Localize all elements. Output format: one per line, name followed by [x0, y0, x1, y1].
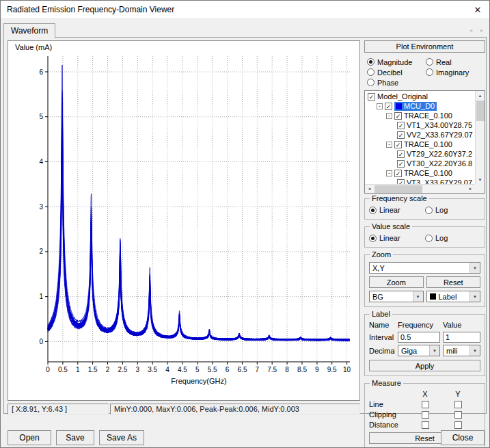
frequency-scale-group: Frequency scale Linear Log — [364, 198, 485, 220]
measure-clipping-x-checkbox[interactable] — [422, 411, 429, 419]
label-color-combobox[interactable]: Label ▼ — [426, 291, 481, 302]
value-log-radio[interactable]: Log — [425, 234, 448, 243]
scroll-right-icon[interactable]: ► — [466, 185, 475, 194]
checkbox[interactable]: ✓ — [394, 170, 402, 177]
tree-item-vt29[interactable]: ✓ VT29_X22.60Y37.2 — [365, 149, 475, 159]
display-mode-group: Magnitude Real Decibel Imaginary Phase — [367, 57, 484, 87]
tree-item-trace-3[interactable]: - ✓ TRACE_0.100 — [365, 168, 475, 178]
scroll-left-icon[interactable]: ◄ — [365, 185, 374, 194]
svg-text:5: 5 — [39, 113, 43, 120]
radio-phase-label: Phase — [377, 79, 398, 87]
tree-horizontal-scrollbar[interactable]: ◄ ► — [365, 184, 475, 193]
save-button[interactable]: Save — [56, 430, 94, 445]
vertical-scrollbar-thumb[interactable] — [476, 101, 485, 121]
radio-phase[interactable]: Phase — [367, 78, 426, 87]
checkbox[interactable]: ✓ — [397, 131, 405, 139]
measure-distance-x-checkbox[interactable] — [422, 421, 429, 429]
open-button[interactable]: Open — [8, 430, 51, 445]
horizontal-scrollbar-thumb[interactable] — [375, 185, 422, 193]
measure-line-x-checkbox[interactable] — [422, 401, 429, 408]
interval-frequency-input[interactable] — [398, 332, 440, 343]
tab-scroll-left-icon[interactable]: ◄ — [466, 26, 476, 35]
tree-item-trace-2[interactable]: - ✓ TRACE_0.100 — [365, 140, 475, 149]
tree-item-vt30[interactable]: ✓ VT30_X22.20Y36.8 — [365, 159, 475, 168]
checkbox[interactable]: ✓ — [368, 93, 375, 101]
svg-text:3.5: 3.5 — [148, 366, 157, 373]
tree-item-model-original[interactable]: ✓ Model_Original — [365, 92, 475, 101]
window-close-button[interactable]: ✕ — [466, 1, 489, 18]
svg-text:1.5: 1.5 — [88, 366, 98, 373]
plot-environment-button[interactable]: Plot Environment — [364, 40, 485, 53]
scroll-down-icon[interactable]: ▼ — [476, 175, 485, 184]
value-linear-radio-icon — [369, 235, 377, 242]
frequency-spectrum-chart[interactable]: 012345600.511.522.533.544.555.566.577.58… — [8, 41, 359, 400]
model-tree[interactable]: ✓ Model_Original - ✓ MCU_D0 - ✓ TRACE_0.… — [364, 90, 485, 194]
apply-button[interactable]: Apply — [369, 360, 480, 371]
svg-text:6.5: 6.5 — [238, 366, 247, 373]
decimal-frequency-combobox[interactable]: Giga ▼ — [398, 345, 440, 356]
decimal-value-combobox[interactable]: mili ▼ — [443, 345, 480, 356]
dropdown-arrow-icon[interactable]: ▼ — [469, 345, 480, 356]
tree-item-label: VT1_X34.00Y28.75 — [407, 121, 472, 129]
dropdown-arrow-icon[interactable]: ▼ — [469, 263, 480, 273]
checkbox[interactable]: ✓ — [397, 150, 405, 158]
checkbox[interactable]: ✓ — [397, 122, 405, 129]
svg-text:9: 9 — [315, 366, 319, 373]
collapse-icon[interactable]: - — [377, 103, 383, 109]
checkbox[interactable]: ✓ — [397, 179, 405, 185]
save-as-button[interactable]: Save As — [99, 430, 144, 445]
zoom-reset-button[interactable]: Reset — [426, 276, 481, 288]
measure-clipping-y-checkbox[interactable] — [454, 411, 462, 419]
interval-value-input[interactable] — [443, 332, 480, 343]
radio-decibel[interactable]: Decibel — [367, 68, 426, 77]
collapse-icon[interactable]: - — [386, 142, 392, 148]
measure-group-title: Measure — [370, 379, 403, 387]
waveform-tab-page: 012345600.511.522.533.544.555.566.577.58… — [3, 37, 487, 414]
value-scale-title: Value scale — [370, 222, 412, 230]
dropdown-arrow-icon[interactable]: ▼ — [469, 291, 480, 302]
tree-item-trace-1[interactable]: - ✓ TRACE_0.100 — [365, 111, 475, 120]
checkbox[interactable]: ✓ — [394, 141, 402, 148]
svg-text:1: 1 — [39, 293, 43, 300]
selected-highlight: MCU_D0 — [394, 102, 437, 111]
tree-item-vt1[interactable]: ✓ VT1_X34.00Y28.75 — [365, 120, 475, 130]
collapse-icon[interactable]: - — [386, 170, 392, 176]
radio-real-icon — [426, 58, 433, 66]
dropdown-arrow-icon[interactable]: ▼ — [413, 291, 423, 302]
zoom-button[interactable]: Zoom — [369, 276, 424, 288]
zoom-mode-combobox[interactable]: X,Y ▼ — [369, 262, 480, 274]
checkbox[interactable]: ✓ — [397, 160, 405, 168]
tree-vertical-scrollbar[interactable]: ▲ ▼ — [475, 91, 485, 184]
collapse-icon[interactable]: - — [386, 113, 392, 119]
radio-magnitude[interactable]: Magnitude — [367, 57, 426, 66]
tree-item-vv2[interactable]: ✓ VV2_X33.67Y29.07 — [365, 130, 475, 140]
spectrum-plot-panel[interactable]: 012345600.511.522.533.544.555.566.577.58… — [8, 40, 360, 401]
tree-item-mcu-d0[interactable]: - ✓ MCU_D0 — [365, 101, 475, 111]
tree-rows: ✓ Model_Original - ✓ MCU_D0 - ✓ TRACE_0.… — [365, 91, 475, 184]
close-button[interactable]: Close — [441, 430, 485, 445]
frequency-linear-radio[interactable]: Linear — [369, 206, 425, 215]
tab-waveform-label: Waveform — [11, 26, 48, 36]
svg-text:5.5: 5.5 — [208, 366, 217, 373]
measure-line-y-checkbox[interactable] — [454, 401, 462, 408]
radio-real[interactable]: Real — [426, 57, 484, 66]
dropdown-arrow-icon[interactable]: ▼ — [429, 345, 439, 356]
label-color-swatch — [430, 293, 436, 300]
tab-scroll-right-icon[interactable]: ► — [477, 26, 487, 35]
scroll-up-icon[interactable]: ▲ — [476, 91, 485, 100]
svg-text:4.5: 4.5 — [178, 366, 187, 373]
tree-item-label: VV2_X33.67Y29.07 — [407, 131, 473, 139]
checkbox[interactable]: ✓ — [385, 103, 392, 110]
tree-item-vt3[interactable]: ✓ VT3_X33.67Y29.07 — [365, 178, 475, 184]
tree-item-label: VT30_X22.20Y36.8 — [407, 159, 472, 168]
value-linear-radio[interactable]: Linear — [369, 234, 425, 243]
frequency-log-radio[interactable]: Log — [425, 206, 448, 215]
radio-imaginary[interactable]: Imaginary — [426, 68, 484, 77]
tab-scroll-arrows: ◄ ► — [466, 26, 487, 38]
bg-color-combobox[interactable]: BG ▼ — [369, 291, 424, 302]
measure-distance-y-checkbox[interactable] — [454, 421, 462, 429]
value-log-radio-icon — [425, 235, 433, 242]
tab-waveform[interactable]: Waveform — [3, 23, 55, 38]
label-col-value: Value — [443, 321, 480, 330]
checkbox[interactable]: ✓ — [394, 112, 402, 120]
